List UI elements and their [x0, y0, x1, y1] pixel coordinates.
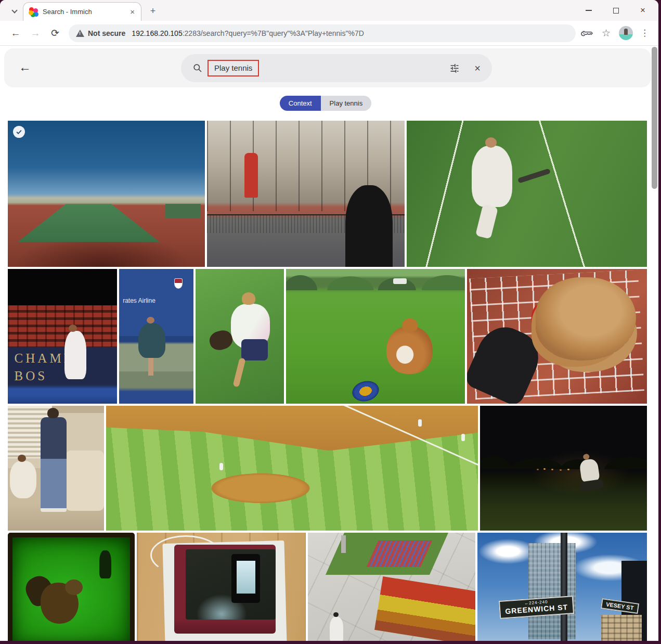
window-controls: ×: [582, 3, 649, 18]
immich-search-page: ← Play tennis × Context Play tennis: [0, 46, 658, 641]
car-shape: [393, 278, 407, 284]
profile-avatar[interactable]: [619, 26, 633, 40]
search-icon: [192, 63, 203, 73]
shorts-shape: [241, 339, 268, 360]
legs-shape: [233, 357, 246, 387]
browser-toolbar: ← → ⟳ ! Not secure 192.168.20.105:2283/s…: [0, 21, 658, 46]
photo-street-signs[interactable]: VESEY ST ←224-240 GREENWICH ST: [477, 533, 647, 641]
tab-search-immich[interactable]: Search - Immich ×: [23, 2, 141, 21]
usb-cable-shape: [150, 535, 222, 575]
stone-pillar-shape: [341, 535, 346, 553]
tree-line-shape: [286, 269, 465, 290]
password-key-icon[interactable]: [581, 27, 593, 40]
browser-window: Search - Immich × + × ← → ⟳ ! Not secure…: [0, 0, 658, 641]
player-shape: [64, 331, 86, 379]
person-in-hoodie-shape: [345, 185, 393, 267]
browser-menu-icon[interactable]: ⋮: [638, 28, 651, 38]
racket-shape: [517, 169, 551, 184]
photo-court-fence[interactable]: [207, 121, 405, 267]
stadium-seats-shape: [8, 305, 117, 347]
bookmark-star-icon[interactable]: ☆: [602, 27, 611, 39]
maximize-button[interactable]: [610, 4, 622, 17]
minimize-button[interactable]: [582, 4, 595, 17]
court-surface-shape: [165, 204, 201, 218]
chevron-down-icon: [11, 7, 17, 13]
frisbee-shape: [350, 378, 381, 404]
photo-dog-in-field[interactable]: [286, 269, 465, 404]
player-shape: [472, 146, 513, 207]
flower-beds-shape: [374, 576, 475, 641]
tree-silhouette-shape: [480, 450, 647, 469]
security-chip[interactable]: Not secure: [88, 29, 125, 37]
browser-forward-button[interactable]: →: [27, 25, 44, 42]
tab-close-icon[interactable]: ×: [129, 7, 136, 16]
usta-shield-shape: [174, 278, 183, 289]
url-text: 192.168.20.105:2283/search?query=%7B"que…: [132, 29, 364, 37]
photo-stadium-player[interactable]: CHAMPI BOS: [8, 269, 117, 404]
immich-logo-icon: [29, 7, 38, 17]
pitchers-mound-shape: [203, 471, 318, 506]
selected-check-icon[interactable]: [13, 126, 25, 138]
teddy-bear-shape: [41, 583, 78, 624]
sponsor-wall-text: rates Airline: [123, 297, 155, 304]
photo-baseball-field[interactable]: [106, 406, 478, 531]
photo-boy-with-glove[interactable]: [196, 269, 284, 404]
new-tab-button[interactable]: +: [147, 5, 159, 18]
players-shape: [219, 463, 223, 470]
search-header-panel: ← Play tennis ×: [4, 48, 651, 87]
warning-icon: !: [76, 30, 84, 37]
phone-screen-shape: [237, 561, 255, 594]
photo-tennis-courts[interactable]: [8, 121, 205, 267]
photo-poodle-in-rack[interactable]: [467, 269, 647, 404]
photo-plaza-flowerbeds[interactable]: [308, 533, 475, 641]
browser-back-button[interactable]: ←: [7, 25, 24, 42]
infield-dirt-shape: [106, 406, 478, 450]
photo-row: [8, 406, 647, 531]
seated-person-shape: [10, 461, 37, 498]
page-back-button[interactable]: ←: [19, 60, 31, 74]
distant-lights-shape: [543, 468, 546, 470]
small-figure-shape: [99, 550, 111, 578]
couch-shape: [66, 450, 104, 510]
photo-phone-on-laptops[interactable]: [137, 533, 306, 641]
search-mode-toggle: Context Play tennis: [0, 96, 651, 111]
photo-row: CHAMPI BOS rates Airline: [8, 269, 647, 404]
person-shape: [330, 617, 343, 641]
dog-shape: [386, 326, 433, 374]
standing-man-shape: [41, 417, 67, 512]
court-surface-shape: [18, 204, 160, 242]
search-results-grid: CHAMPI BOS rates Airline: [8, 121, 647, 641]
photo-row: [8, 121, 647, 267]
reload-button[interactable]: ⟳: [47, 25, 63, 42]
avatar-figure: [624, 29, 628, 35]
toggle-context[interactable]: Context: [280, 96, 321, 111]
photo-night-field[interactable]: [480, 406, 647, 531]
tab-strip: Search - Immich × + ×: [0, 0, 658, 21]
photo-teddy-on-grass[interactable]: [8, 533, 135, 641]
address-bar[interactable]: ! Not secure 192.168.20.105:2283/search?…: [69, 24, 576, 42]
photo-living-room[interactable]: [8, 406, 104, 531]
photo-blue-wall-player[interactable]: rates Airline: [119, 269, 193, 404]
tab-search-button[interactable]: [7, 4, 23, 18]
tab-title: Search - Immich: [43, 8, 129, 16]
photo-grass-court-player[interactable]: [407, 121, 647, 267]
clear-search-icon[interactable]: ×: [474, 62, 481, 74]
photo-row: VESEY ST ←224-240 GREENWICH ST: [8, 533, 647, 641]
beige-building-shape: [601, 615, 642, 641]
search-query-text[interactable]: Play tennis: [208, 60, 259, 76]
toggle-play-tennis[interactable]: Play tennis: [321, 96, 372, 111]
page-scrollbar[interactable]: [652, 47, 657, 189]
search-input[interactable]: Play tennis ×: [181, 54, 492, 82]
close-window-button[interactable]: ×: [637, 4, 649, 17]
sign-pole-shape: [561, 533, 567, 641]
skyscraper-shape: [528, 543, 576, 639]
player-shape: [138, 323, 165, 358]
filter-tune-icon[interactable]: [449, 63, 460, 73]
person-in-red-shape: [244, 153, 258, 198]
player-legs-shape: [475, 204, 498, 239]
